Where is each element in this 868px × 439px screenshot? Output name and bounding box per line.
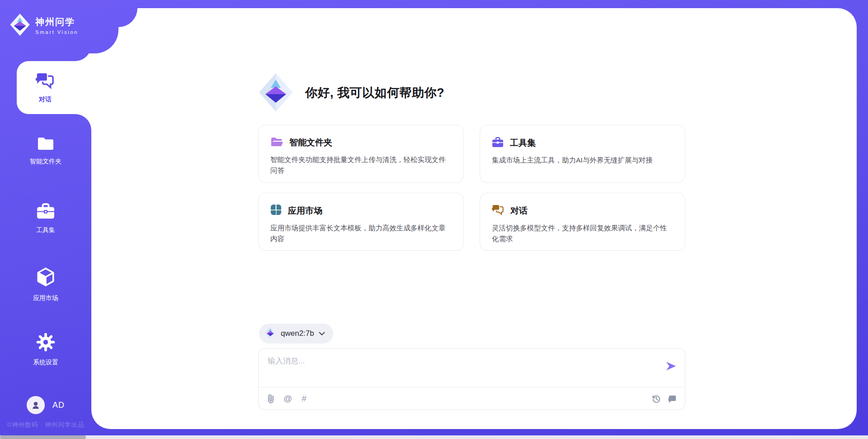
feature-cards: 智能文件夹 智能文件夹功能支持批量文件上传与清洗，轻松实现文件问答 工具集 bbox=[258, 125, 685, 251]
user-profile[interactable]: AD bbox=[27, 396, 65, 414]
sidebar-item-label: 对话 bbox=[39, 95, 52, 104]
brand-name: 神州问学 bbox=[35, 16, 78, 28]
model-name: qwen2:7b bbox=[281, 329, 314, 338]
history-icon[interactable] bbox=[652, 394, 661, 403]
hash-icon[interactable]: # bbox=[302, 394, 307, 404]
sidebar-item-label: 应用市场 bbox=[33, 294, 58, 302]
sidebar-item-app-market[interactable]: 应用市场 bbox=[0, 267, 91, 302]
card-toolset[interactable]: 工具集 集成市场上主流工具，助力AI与外界无缝扩展与对接 bbox=[480, 125, 685, 183]
brand-header: 神州问学 Smart Vision bbox=[0, 0, 118, 53]
sidebar-item-label: 系统设置 bbox=[33, 358, 58, 367]
user-avatar-icon bbox=[27, 396, 45, 414]
card-description: 集成市场上主流工具，助力AI与外界无缝扩展与对接 bbox=[492, 155, 673, 166]
send-button[interactable] bbox=[664, 359, 678, 373]
greeting-text: 你好, 我可以如何帮助你? bbox=[305, 85, 444, 101]
tab-curve-bottom bbox=[75, 114, 91, 130]
greeting: 你好, 我可以如何帮助你? bbox=[258, 72, 444, 113]
card-title: 应用市场 bbox=[288, 205, 322, 217]
folder-open-icon bbox=[270, 136, 283, 149]
paperclip-icon[interactable] bbox=[268, 394, 274, 404]
briefcase-icon bbox=[492, 136, 504, 149]
blob-curve bbox=[118, 8, 137, 27]
sidebar-item-label: 智能文件夹 bbox=[30, 157, 61, 166]
sidebar-item-smart-folder[interactable]: 智能文件夹 bbox=[0, 136, 91, 166]
at-sign-icon[interactable]: @ bbox=[283, 394, 292, 404]
input-toolbar: @ # bbox=[259, 387, 685, 410]
user-name: AD bbox=[52, 401, 65, 410]
gear-icon bbox=[36, 332, 56, 354]
sidebar-item-label: 工具集 bbox=[36, 226, 55, 234]
chat-input-box: @ # bbox=[258, 348, 685, 410]
sidebar-item-toolset[interactable]: 工具集 bbox=[0, 202, 91, 234]
card-title: 智能文件夹 bbox=[289, 137, 332, 148]
card-description: 应用市场提供丰富长文本模板，助力高效生成多样化文章内容 bbox=[270, 223, 452, 244]
chevron-down-icon bbox=[319, 329, 325, 338]
scrollbar-thumb[interactable] bbox=[0, 435, 86, 439]
diamond-gem-icon bbox=[9, 13, 31, 38]
card-smart-folder[interactable]: 智能文件夹 智能文件夹功能支持批量文件上传与清洗，轻松实现文件问答 bbox=[258, 125, 464, 183]
sidebar-item-settings[interactable]: 系统设置 bbox=[0, 332, 91, 367]
card-description: 智能文件夹功能支持批量文件上传与清洗，轻松实现文件问答 bbox=[270, 154, 452, 176]
card-app-market[interactable]: 应用市场 应用市场提供丰富长文本模板，助力高效生成多样化文章内容 bbox=[258, 193, 464, 251]
card-chat[interactable]: 对话 灵活切换多模型文件，支持多样回复效果调试，满足个性化需求 bbox=[480, 193, 685, 251]
card-title: 工具集 bbox=[510, 137, 536, 149]
card-description: 灵活切换多模型文件，支持多样回复效果调试，满足个性化需求 bbox=[492, 223, 673, 244]
diamond-gem-icon bbox=[264, 326, 276, 341]
horizontal-scrollbar[interactable] bbox=[0, 435, 868, 439]
chat-bubbles-icon bbox=[492, 204, 504, 217]
briefcase-icon bbox=[36, 202, 55, 222]
app: 你好, 我可以如何帮助你? 智能文件夹 智能文件夹功能支持批量文件上传与清洗，轻… bbox=[0, 0, 868, 439]
folder-icon bbox=[37, 136, 55, 153]
chat-bubbles-icon bbox=[36, 72, 55, 91]
message-icon[interactable] bbox=[668, 395, 677, 403]
message-input[interactable] bbox=[268, 356, 655, 387]
assistant-logo-icon bbox=[258, 72, 293, 113]
model-selector[interactable]: qwen2:7b bbox=[259, 324, 333, 344]
brand-subtitle: Smart Vision bbox=[35, 29, 78, 35]
main-panel: 你好, 我可以如何帮助你? 智能文件夹 智能文件夹功能支持批量文件上传与清洗，轻… bbox=[91, 8, 857, 429]
card-title: 对话 bbox=[510, 205, 528, 217]
apps-grid-icon bbox=[270, 204, 282, 217]
copyright-text: ©神州数码 · 神州问学出品 bbox=[0, 421, 91, 429]
sidebar-item-chat[interactable]: 对话 bbox=[17, 61, 91, 114]
cube-icon bbox=[36, 267, 55, 290]
